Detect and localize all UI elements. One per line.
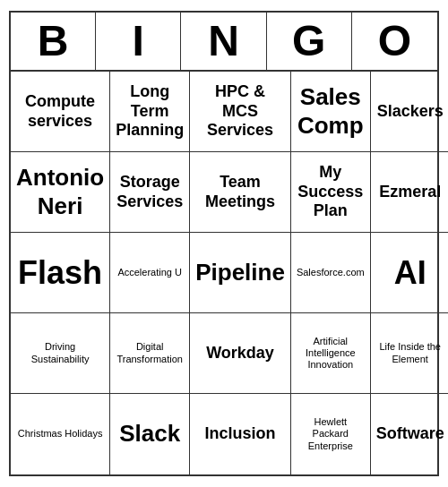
bingo-cell: Team Meetings (190, 152, 291, 233)
cell-text: Team Meetings (195, 173, 285, 211)
bingo-cell: Long Term Planning (110, 72, 190, 152)
cell-text: Compute services (16, 92, 104, 131)
bingo-cell: Artificial Intelligence Innovation (291, 313, 371, 394)
cell-text: Artificial Intelligence Innovation (297, 336, 365, 372)
cell-text: Slackers (377, 102, 444, 122)
cell-text: Long Term Planning (116, 82, 184, 141)
bingo-cell: Hewlett Packard Enterprise (291, 394, 371, 474)
cell-text: Software (376, 424, 444, 444)
bingo-card: BINGO Compute servicesLong Term Planning… (9, 11, 439, 476)
cell-text: Inclusion (205, 424, 276, 444)
header-letter: O (352, 13, 437, 70)
bingo-cell: Flash (11, 233, 110, 313)
cell-text: Pipeline (195, 259, 285, 286)
header-letter: N (181, 13, 266, 70)
bingo-cell: Digital Transformation (110, 313, 190, 394)
cell-text: HPC & MCS Services (195, 82, 285, 141)
bingo-cell: Storage Services (110, 152, 190, 233)
bingo-cell: Pipeline (190, 233, 291, 313)
cell-text: Life Inside the Element (376, 341, 444, 364)
cell-text: Accelerating U (117, 267, 182, 278)
bingo-cell: Slack (110, 394, 190, 474)
cell-text: Sales Comp (297, 83, 365, 139)
bingo-cell: AI (371, 233, 448, 313)
cell-text: Driving Sustainability (16, 341, 104, 364)
cell-text: Workday (206, 344, 274, 363)
bingo-cell: Workday (190, 313, 291, 394)
cell-text: Digital Transformation (116, 341, 184, 364)
header-letter: G (267, 13, 352, 70)
cell-text: Hewlett Packard Enterprise (297, 416, 365, 452)
cell-text: AI (394, 253, 426, 292)
cell-text: Ezmeral (379, 183, 441, 202)
header-letter: I (96, 13, 181, 70)
bingo-cell: Ezmeral (371, 152, 448, 233)
bingo-cell: Inclusion (190, 394, 291, 474)
cell-text: Antonio Neri (16, 164, 104, 219)
cell-text: Christmas Holidays (18, 428, 103, 440)
bingo-cell: Compute services (11, 72, 110, 152)
bingo-header: BINGO (11, 13, 437, 72)
cell-text: Storage Services (116, 173, 184, 211)
bingo-cell: Driving Sustainability (11, 313, 110, 394)
cell-text: Slack (119, 420, 180, 448)
bingo-cell: Accelerating U (110, 233, 190, 313)
bingo-cell: Life Inside the Element (371, 313, 448, 394)
bingo-cell: Salesforce.com (291, 233, 371, 313)
cell-text: Flash (18, 253, 102, 292)
bingo-cell: Antonio Neri (11, 152, 110, 233)
cell-text: Salesforce.com (297, 267, 365, 278)
header-letter: B (11, 13, 96, 70)
bingo-cell: Slackers (371, 72, 448, 152)
bingo-cell: My Success Plan (291, 152, 371, 233)
bingo-cell: HPC & MCS Services (190, 72, 291, 152)
bingo-cell: Software (371, 394, 448, 474)
cell-text: My Success Plan (297, 163, 365, 221)
bingo-cell: Sales Comp (291, 72, 371, 152)
bingo-grid: Compute servicesLong Term PlanningHPC & … (11, 72, 437, 474)
bingo-cell: Christmas Holidays (11, 394, 110, 474)
